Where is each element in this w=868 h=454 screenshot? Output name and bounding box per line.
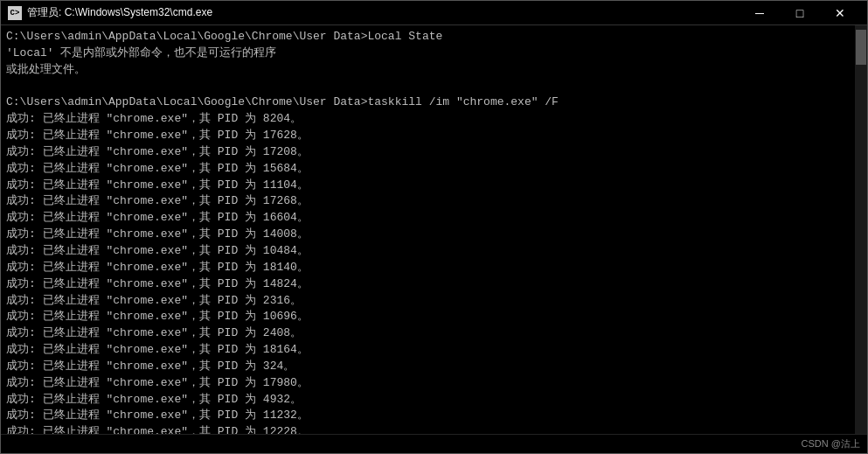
close-button[interactable]: ✕ (820, 1, 860, 25)
console-line: 成功: 已终止进程 "chrome.exe"，其 PID 为 17208。 (6, 144, 862, 161)
console-line: 'Local' 不是内部或外部命令，也不是可运行的程序 (6, 45, 862, 62)
console-line: 成功: 已终止进程 "chrome.exe"，其 PID 为 2316。 (6, 293, 862, 310)
cmd-window: C> 管理员: C:\Windows\System32\cmd.exe ─ □ … (0, 0, 868, 454)
console-line: 成功: 已终止进程 "chrome.exe"，其 PID 为 14008。 (6, 227, 862, 243)
console-line: 成功: 已终止进程 "chrome.exe"，其 PID 为 12228。 (6, 424, 862, 434)
console-line: 成功: 已终止进程 "chrome.exe"，其 PID 为 324。 (6, 359, 862, 375)
console-line: 成功: 已终止进程 "chrome.exe"，其 PID 为 4932。 (6, 392, 862, 409)
console-line: 成功: 已终止进程 "chrome.exe"，其 PID 为 17980。 (6, 375, 862, 392)
console-line: 成功: 已终止进程 "chrome.exe"，其 PID 为 14824。 (6, 276, 862, 293)
console-line: 成功: 已终止进程 "chrome.exe"，其 PID 为 10484。 (6, 243, 862, 260)
console-line: C:\Users\admin\AppData\Local\Google\Chro… (6, 94, 862, 111)
scrollbar-thumb[interactable] (856, 30, 866, 65)
console-line: 成功: 已终止进程 "chrome.exe"，其 PID 为 18140。 (6, 260, 862, 276)
status-text: CSDN @沽上 (802, 437, 860, 451)
maximize-button[interactable]: □ (780, 1, 820, 25)
title-bar: C> 管理员: C:\Windows\System32\cmd.exe ─ □ … (1, 1, 867, 25)
console-line: 成功: 已终止进程 "chrome.exe"，其 PID 为 2408。 (6, 325, 862, 342)
console-line (6, 79, 862, 95)
console-line: 成功: 已终止进程 "chrome.exe"，其 PID 为 8204。 (6, 111, 862, 128)
console-output[interactable]: C:\Users\admin\AppData\Local\Google\Chro… (1, 25, 867, 434)
console-line: 成功: 已终止进程 "chrome.exe"，其 PID 为 10696。 (6, 309, 862, 325)
console-line: 成功: 已终止进程 "chrome.exe"，其 PID 为 18164。 (6, 342, 862, 359)
console-line: 成功: 已终止进程 "chrome.exe"，其 PID 为 17628。 (6, 128, 862, 144)
cmd-icon: C> (8, 6, 22, 20)
console-line: 成功: 已终止进程 "chrome.exe"，其 PID 为 15684。 (6, 161, 862, 178)
status-bar: CSDN @沽上 (1, 434, 867, 453)
minimize-button[interactable]: ─ (740, 1, 780, 25)
window-controls: ─ □ ✕ (740, 1, 860, 25)
window-title: 管理员: C:\Windows\System32\cmd.exe (27, 5, 740, 20)
console-line: 或批处理文件。 (6, 62, 862, 79)
console-line: 成功: 已终止进程 "chrome.exe"，其 PID 为 17268。 (6, 193, 862, 210)
console-line: C:\Users\admin\AppData\Local\Google\Chro… (6, 29, 862, 45)
console-line: 成功: 已终止进程 "chrome.exe"，其 PID 为 16604。 (6, 210, 862, 227)
scrollbar[interactable] (855, 25, 867, 434)
console-line: 成功: 已终止进程 "chrome.exe"，其 PID 为 11104。 (6, 178, 862, 194)
console-line: 成功: 已终止进程 "chrome.exe"，其 PID 为 11232。 (6, 408, 862, 424)
